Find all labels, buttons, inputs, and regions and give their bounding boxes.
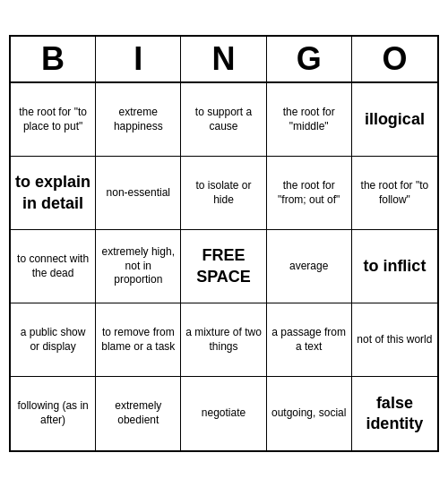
bingo-cell-21[interactable]: extremely obedient [96,377,181,450]
bingo-cell-23[interactable]: outgoing, social [267,377,352,450]
bingo-cell-22[interactable]: negotiate [181,377,266,450]
bingo-letter-I: I [96,37,181,81]
bingo-cell-17[interactable]: a mixture of two things [181,303,266,377]
bingo-cell-24[interactable]: false identity [352,377,437,450]
bingo-cell-5[interactable]: to explain in detail [11,157,96,230]
bingo-cell-8[interactable]: the root for "from; out of" [267,157,352,230]
bingo-card: BINGO the root for "to place to put"extr… [9,35,439,452]
bingo-cell-14[interactable]: to inflict [352,230,437,303]
bingo-cell-16[interactable]: to remove from blame or a task [96,303,181,377]
bingo-cell-3[interactable]: the root for "middle" [267,83,352,157]
bingo-header: BINGO [11,37,437,83]
bingo-letter-G: G [267,37,352,81]
bingo-cell-11[interactable]: extremely high, not in proportion [96,230,181,303]
bingo-cell-9[interactable]: the root for "to follow" [352,157,437,230]
bingo-letter-B: B [11,37,96,81]
bingo-cell-1[interactable]: extreme happiness [96,83,181,157]
bingo-cell-6[interactable]: non-essential [96,157,181,230]
bingo-cell-15[interactable]: a public show or display [11,303,96,377]
bingo-cell-12[interactable]: FREE SPACE [181,230,266,303]
bingo-cell-2[interactable]: to support a cause [181,83,266,157]
bingo-cell-18[interactable]: a passage from a text [267,303,352,377]
bingo-cell-0[interactable]: the root for "to place to put" [11,83,96,157]
bingo-letter-O: O [352,37,437,81]
bingo-cell-13[interactable]: average [267,230,352,303]
bingo-cell-7[interactable]: to isolate or hide [181,157,266,230]
bingo-cell-4[interactable]: illogical [352,83,437,157]
bingo-cell-20[interactable]: following (as in after) [11,377,96,450]
bingo-cell-10[interactable]: to connect with the dead [11,230,96,303]
bingo-grid: the root for "to place to put"extreme ha… [11,83,437,450]
bingo-cell-19[interactable]: not of this world [352,303,437,377]
bingo-letter-N: N [181,37,266,81]
